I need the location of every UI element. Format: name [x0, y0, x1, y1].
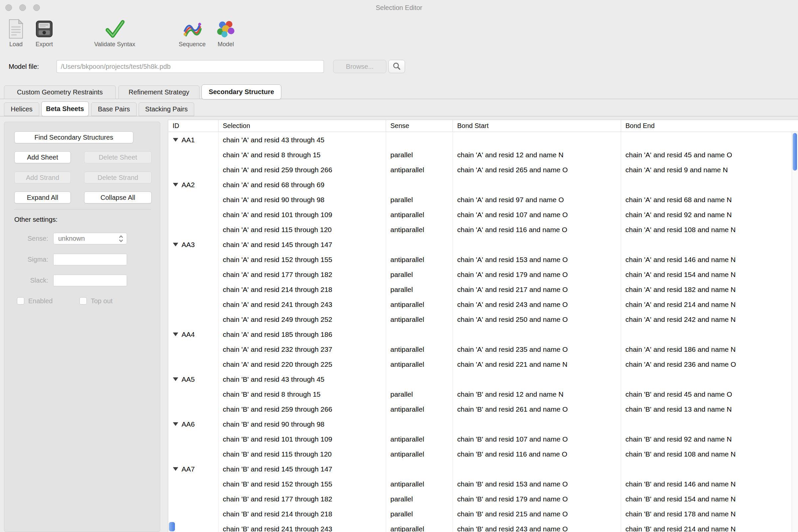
strand-row[interactable]: chain 'A' and resid 241 through 243antip… [168, 297, 792, 312]
disclosure-triangle-icon[interactable] [173, 332, 178, 336]
bond-end-cell: chain 'A' and resid 154 and name N [621, 267, 792, 282]
disclosure-triangle-icon[interactable] [173, 138, 178, 141]
id-cell [168, 507, 218, 521]
selection-editor-window: Selection Editor Load [0, 0, 798, 532]
disclosure-triangle-icon[interactable] [173, 467, 178, 471]
disclosure-triangle-icon[interactable] [173, 183, 178, 187]
validate-check-icon [105, 18, 125, 40]
tab-base-pairs[interactable]: Base Pairs [91, 102, 137, 116]
bond-start-cell: chain 'B' and resid 243 and name O [453, 521, 621, 532]
column-header-selection[interactable]: Selection [218, 120, 386, 132]
bond-start-cell: chain 'A' and resid 179 and name O [453, 267, 621, 282]
strand-row[interactable]: chain 'B' and resid 101 through 109antip… [168, 432, 792, 446]
sheet-row[interactable]: AA3chain 'A' and resid 145 through 147 [168, 237, 792, 252]
strand-row[interactable]: chain 'B' and resid 8 through 15parallel… [168, 387, 792, 402]
horizontal-scrollbar-thumb[interactable] [169, 522, 175, 531]
collapse-all-button[interactable]: Collapse All [84, 191, 152, 204]
selection-cell: chain 'B' and resid 241 through 243 [218, 521, 386, 532]
selection-cell: chain 'B' and resid 43 through 45 [218, 372, 386, 387]
tab-beta-sheets[interactable]: Beta Sheets [41, 101, 89, 116]
delete-strand-button[interactable]: Delete Strand [84, 172, 152, 184]
disclosure-triangle-icon[interactable] [173, 243, 178, 246]
id-cell [168, 357, 218, 372]
strand-row[interactable]: chain 'A' and resid 232 through 237antip… [168, 342, 792, 357]
strand-row[interactable]: chain 'A' and resid 115 through 120antip… [168, 222, 792, 237]
strand-row[interactable]: chain 'A' and resid 8 through 15parallel… [168, 147, 792, 162]
sense-cell [386, 237, 453, 252]
model-file-input[interactable] [57, 60, 324, 73]
search-button[interactable] [388, 60, 405, 73]
browse-button[interactable]: Browse... [333, 60, 386, 73]
tab-stacking-pairs[interactable]: Stacking Pairs [139, 102, 194, 116]
slack-input[interactable] [53, 274, 127, 286]
sheet-row[interactable]: AA5chain 'B' and resid 43 through 45 [168, 372, 792, 387]
tab-secondary-structure[interactable]: Secondary Structure [202, 84, 281, 99]
table-body: AA1chain 'A' and resid 43 through 45chai… [168, 132, 792, 532]
bond-start-cell: chain 'A' and resid 12 and name N [453, 147, 621, 162]
selection-cell: chain 'B' and resid 259 through 266 [218, 402, 386, 417]
sheet-row[interactable]: AA2chain 'A' and resid 68 through 69 [168, 177, 792, 192]
strand-row[interactable]: chain 'B' and resid 115 through 120antip… [168, 446, 792, 461]
strand-row[interactable]: chain 'A' and resid 90 through 98paralle… [168, 192, 792, 207]
strand-row[interactable]: chain 'A' and resid 214 through 218paral… [168, 282, 792, 297]
disclosure-triangle-icon[interactable] [173, 422, 178, 426]
enabled-checkbox[interactable] [17, 297, 24, 305]
strand-row[interactable]: chain 'A' and resid 152 through 155antip… [168, 252, 792, 267]
strand-row[interactable]: chain 'B' and resid 259 through 266antip… [168, 402, 792, 417]
bond-start-cell [453, 177, 621, 192]
top-out-checkbox[interactable] [79, 297, 87, 305]
bond-start-cell [453, 132, 621, 147]
export-icon [35, 18, 54, 40]
bond-end-cell: chain 'A' and resid 182 and name N [621, 282, 792, 297]
tab-refinement-strategy[interactable]: Refinement Strategy [118, 86, 200, 99]
expand-all-button[interactable]: Expand All [14, 191, 71, 204]
toolbar-sequence-button[interactable]: Sequence [178, 18, 206, 48]
sense-cell: antiparallel [386, 402, 453, 417]
strand-row[interactable]: chain 'A' and resid 177 through 182paral… [168, 267, 792, 282]
tab-custom-geometry-restraints[interactable]: Custom Geometry Restraints [4, 86, 116, 99]
strand-row[interactable]: chain 'B' and resid 152 through 155antip… [168, 476, 792, 491]
add-strand-button[interactable]: Add Strand [14, 172, 71, 184]
find-secondary-structures-button[interactable]: Find Secondary Structures [14, 131, 133, 143]
sheet-row[interactable]: AA7chain 'B' and resid 145 through 147 [168, 461, 792, 476]
strand-row[interactable]: chain 'B' and resid 241 through 243antip… [168, 521, 792, 532]
sheet-row[interactable]: AA6chain 'B' and resid 90 through 98 [168, 417, 792, 432]
tab-helices[interactable]: Helices [4, 102, 39, 116]
sigma-input[interactable] [53, 254, 127, 265]
sheet-row[interactable]: AA1chain 'A' and resid 43 through 45 [168, 132, 792, 147]
sheet-row[interactable]: AA4chain 'A' and resid 185 through 186 [168, 327, 792, 342]
strand-row[interactable]: chain 'A' and resid 101 through 109antip… [168, 207, 792, 222]
sense-cell: antiparallel [386, 297, 453, 312]
model-file-row: Model file: Browse... [0, 57, 798, 76]
id-cell [168, 147, 218, 162]
sense-dropdown[interactable]: unknown [53, 233, 127, 244]
disclosure-triangle-icon[interactable] [173, 377, 178, 381]
id-cell [168, 192, 218, 207]
strand-row[interactable]: chain 'A' and resid 220 through 225antip… [168, 357, 792, 372]
sense-cell: antiparallel [386, 357, 453, 372]
strand-row[interactable]: chain 'B' and resid 214 through 218paral… [168, 507, 792, 521]
vertical-scrollbar-thumb[interactable] [793, 133, 797, 171]
id-cell: AA5 [168, 372, 218, 387]
vertical-scrollbar[interactable] [792, 132, 798, 532]
enabled-checkbox-label: Enabled [28, 296, 53, 306]
strand-row[interactable]: chain 'B' and resid 177 through 182paral… [168, 491, 792, 507]
bond-start-cell [453, 372, 621, 387]
strand-row[interactable]: chain 'A' and resid 249 through 252antip… [168, 312, 792, 327]
toolbar-model-button[interactable]: Model [216, 18, 236, 48]
bond-start-cell: chain 'A' and resid 265 and name O [453, 162, 621, 177]
column-header-sense[interactable]: Sense [386, 120, 453, 132]
toolbar-export-label: Export [36, 41, 53, 48]
toolbar-export-button[interactable]: Export [35, 18, 54, 48]
column-header-bond-end[interactable]: Bond End [621, 120, 798, 132]
sense-cell: parallel [386, 507, 453, 521]
toolbar-load-button[interactable]: Load [7, 18, 25, 48]
strand-row[interactable]: chain 'A' and resid 259 through 266antip… [168, 162, 792, 177]
column-header-bond-start[interactable]: Bond Start [453, 120, 621, 132]
column-header-id[interactable]: ID [168, 120, 218, 132]
toolbar-validate-syntax-button[interactable]: Validate Syntax [94, 18, 135, 48]
sense-cell: parallel [386, 491, 453, 507]
add-sheet-button[interactable]: Add Sheet [14, 151, 71, 163]
delete-sheet-button[interactable]: Delete Sheet [84, 151, 152, 163]
selection-cell: chain 'A' and resid 249 through 252 [218, 312, 386, 327]
